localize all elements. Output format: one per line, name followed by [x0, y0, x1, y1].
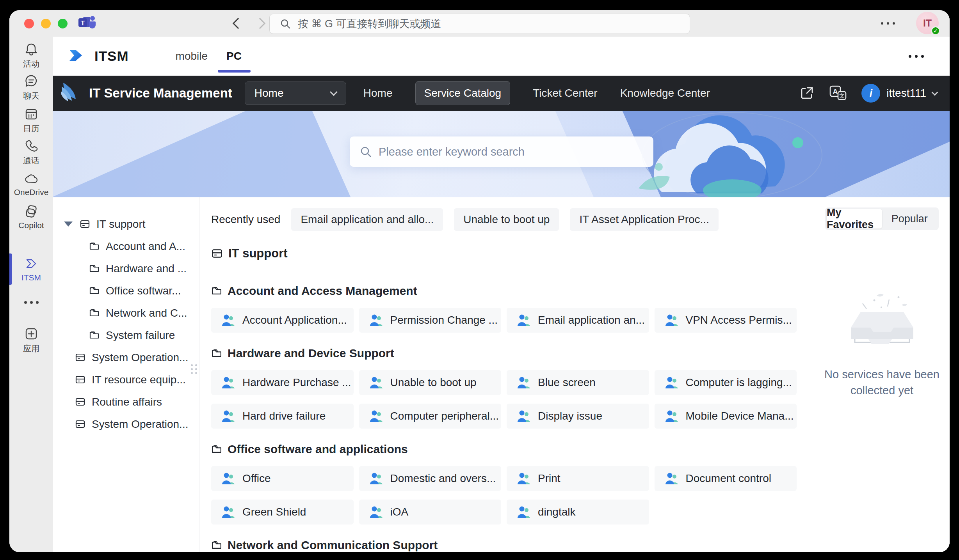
recent-chip[interactable]: Email application and allo... [291, 208, 443, 231]
recent-chip[interactable]: IT Asset Application Proc... [570, 208, 719, 231]
tree-item-network-comm[interactable]: Network and C... [53, 302, 199, 324]
add-app-icon [24, 327, 38, 341]
service-card[interactable]: Blue screen [507, 370, 649, 395]
service-card[interactable]: Print [507, 466, 649, 491]
tab-pc[interactable]: PC [226, 40, 242, 73]
folder-icon [211, 348, 222, 359]
itsm-app-icon [24, 257, 38, 271]
rail-item-chat[interactable]: 聊天 [9, 74, 53, 101]
service-card[interactable]: Office [211, 466, 354, 491]
service-card[interactable]: Email application an... [507, 308, 649, 333]
user-menu[interactable]: i ittest111 [861, 84, 937, 103]
svg-text:文: 文 [840, 93, 845, 99]
service-person-icon [369, 376, 383, 389]
tree-item-routine-affairs[interactable]: Routine affairs [53, 391, 199, 413]
tab-my-favorites[interactable]: My Favorites [827, 209, 882, 229]
service-card[interactable]: Unable to boot up [359, 370, 502, 395]
app-title: ITSM [94, 48, 129, 64]
recent-chip[interactable]: Unable to boot up [454, 208, 559, 231]
service-card[interactable]: Hardware Purchase ... [211, 370, 354, 395]
open-external-icon[interactable] [799, 85, 815, 101]
category-tree: IT support Account and A... Hardware and… [53, 197, 199, 552]
avatar-initials: IT [923, 18, 932, 29]
service-person-icon [221, 314, 235, 327]
service-card[interactable]: Document control [655, 466, 797, 491]
home-dropdown[interactable]: Home [245, 82, 346, 105]
service-card[interactable]: Domestic and overs... [359, 466, 502, 491]
service-card[interactable]: Permission Change ... [359, 308, 502, 333]
bell-icon [24, 42, 38, 56]
service-card[interactable]: Mobile Device Mana... [655, 404, 797, 429]
nav-link-home[interactable]: Home [363, 87, 393, 99]
svg-text:T: T [81, 19, 85, 27]
service-card[interactable]: Account Application... [211, 308, 354, 333]
tab-popular[interactable]: Popular [882, 209, 938, 229]
section-title: IT support [211, 246, 797, 261]
service-card[interactable]: Display issue [507, 404, 649, 429]
nav-link-knowledge-center[interactable]: Knowledge Center [620, 87, 710, 99]
rail-item-onedrive[interactable]: OneDrive [9, 173, 53, 197]
app-header-more-icon[interactable] [909, 55, 924, 58]
recently-used-label: Recently used [211, 213, 280, 226]
tree-item-account-access[interactable]: Account and A... [53, 235, 199, 257]
service-card[interactable]: Computer is lagging... [655, 370, 797, 395]
teams-window: T 按 ⌘ G 可直接转到聊天或频道 IT ✓ 活动 [9, 10, 950, 552]
hero-banner: Please enter keyword search [53, 111, 950, 197]
rail-item-activity[interactable]: 活动 [9, 42, 53, 69]
svg-text:A: A [833, 88, 838, 96]
itsm-logo-icon [66, 46, 85, 66]
search-icon [280, 18, 291, 29]
rail-item-calendar[interactable]: 日历 [9, 107, 53, 134]
rail-item-copilot[interactable]: Copilot [9, 204, 53, 230]
service-card[interactable]: Green Shield [211, 500, 354, 525]
tree-item-system-operation-2[interactable]: System Operation... [53, 413, 199, 435]
teams-logo-icon: T [78, 14, 96, 32]
user-chevron-down-icon [932, 89, 938, 96]
divider [211, 270, 797, 270]
tree-item-it-support[interactable]: IT support [53, 213, 199, 235]
tree-item-hardware-device[interactable]: Hardware and ... [53, 257, 199, 280]
folder-icon [211, 285, 222, 296]
rail-item-apps[interactable]: 应用 [9, 327, 53, 354]
tab-mobile[interactable]: mobile [175, 40, 208, 73]
nav-link-ticket-center[interactable]: Ticket Center [533, 87, 597, 99]
service-nav-links: Home Service Catalog Ticket Center Knowl… [363, 81, 710, 105]
rail-more-apps[interactable] [9, 301, 53, 304]
caret-down-icon[interactable] [64, 222, 73, 227]
service-card[interactable]: Computer peripheral... [359, 404, 502, 429]
nav-link-service-catalog[interactable]: Service Catalog [415, 81, 511, 105]
service-person-icon [665, 409, 679, 423]
folder-icon [89, 263, 100, 274]
service-person-icon [517, 505, 531, 519]
forward-icon[interactable] [254, 18, 265, 29]
service-card[interactable]: dingtalk [507, 500, 649, 525]
translate-icon[interactable]: A文 [829, 85, 847, 101]
rail-item-calls[interactable]: 通话 [9, 139, 53, 166]
titlebar: T 按 ⌘ G 可直接转到聊天或频道 IT ✓ [9, 10, 950, 37]
tree-item-it-resource[interactable]: IT resource equip... [53, 369, 199, 391]
service-person-icon [369, 505, 383, 519]
minimize-window-button[interactable] [41, 19, 51, 28]
dropdown-value: Home [254, 87, 284, 99]
teams-rail: 活动 聊天 日历 通话 OneDrive Copilot [9, 37, 53, 552]
teams-search-input[interactable]: 按 ⌘ G 可直接转到聊天或频道 [269, 14, 690, 34]
back-icon[interactable] [233, 18, 244, 29]
panel-resize-handle[interactable] [191, 364, 197, 374]
zoom-window-button[interactable] [58, 19, 68, 28]
tree-item-system-operation-1[interactable]: System Operation... [53, 346, 199, 369]
tree-item-office-software[interactable]: Office softwar... [53, 280, 199, 302]
category-icon [211, 248, 223, 259]
tree-item-system-failure[interactable]: System failure [53, 324, 199, 346]
titlebar-more-icon[interactable] [881, 22, 895, 25]
rail-item-itsm[interactable]: ITSM [9, 257, 53, 282]
service-person-icon [369, 409, 383, 423]
service-card[interactable]: VPN Access Permis... [655, 308, 797, 333]
close-window-button[interactable] [24, 19, 34, 28]
teams-search-placeholder: 按 ⌘ G 可直接转到聊天或频道 [298, 17, 441, 31]
user-avatar[interactable]: IT ✓ [916, 12, 939, 34]
keyword-search-input[interactable]: Please enter keyword search [350, 136, 653, 167]
service-card[interactable]: iOA [359, 500, 502, 525]
service-card[interactable]: Hard drive failure [211, 404, 354, 429]
service-person-icon [517, 376, 531, 389]
service-person-icon [221, 505, 235, 519]
